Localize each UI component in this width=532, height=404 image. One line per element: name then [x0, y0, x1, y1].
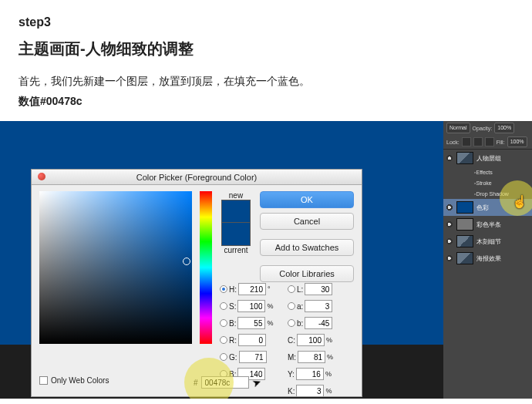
- layer-name: 色彩: [476, 204, 489, 212]
- a-label: a:: [297, 302, 303, 311]
- only-web-checkbox[interactable]: [39, 376, 48, 385]
- y-input[interactable]: [296, 368, 324, 380]
- layer-row[interactable]: 彩色半条: [443, 216, 532, 233]
- blab-label: b:: [297, 319, 303, 328]
- current-label: current: [221, 246, 251, 254]
- new-color-swatch: [221, 200, 251, 223]
- k-label: K:: [288, 387, 295, 396]
- eye-icon[interactable]: [446, 254, 453, 262]
- eye-icon[interactable]: [446, 204, 453, 211]
- hash-label: #: [194, 379, 198, 387]
- dialog-title: Color Picker (Foreground Color): [32, 170, 362, 185]
- l-label: L:: [297, 285, 303, 294]
- r-label: R:: [229, 336, 237, 345]
- bhsb-input[interactable]: [237, 317, 265, 329]
- color-libraries-button[interactable]: Color Libraries: [260, 265, 354, 282]
- new-label: new: [221, 191, 251, 200]
- current-color-swatch: [221, 223, 251, 246]
- layer-row[interactable]: 海报效果: [443, 250, 532, 267]
- h-label: H:: [229, 285, 237, 294]
- add-swatches-button[interactable]: Add to Swatches: [260, 239, 354, 256]
- body-paragraph: 首先，我们先新建一个图层，放置到顶层，在填充一个蓝色。: [19, 75, 513, 89]
- fill-value[interactable]: 100%: [507, 136, 527, 147]
- color-picker-dialog: Color Picker (Foreground Color) new curr…: [31, 169, 362, 397]
- bhsb-label: B:: [229, 319, 236, 328]
- fill-label: Fill:: [497, 140, 505, 145]
- layer-thumb: [456, 201, 473, 214]
- y-label: Y:: [288, 370, 295, 379]
- only-web-label: Only Web Colors: [51, 376, 109, 385]
- a-radio[interactable]: [288, 302, 295, 310]
- saturation-field[interactable]: [39, 191, 192, 344]
- layer-row[interactable]: 木刻细节: [443, 233, 532, 250]
- cursor-arrow-icon: ➤: [250, 375, 263, 389]
- layers-panel: Normal Opacity: 100% Lock: Fill: 100% 人物…: [443, 121, 532, 399]
- l-radio[interactable]: [288, 285, 295, 293]
- ok-button[interactable]: OK: [260, 191, 354, 208]
- eye-icon[interactable]: [446, 154, 453, 162]
- lock-position-icon[interactable]: [473, 137, 483, 146]
- layer-name: 木刻细节: [476, 237, 501, 246]
- c-label: C:: [288, 336, 295, 345]
- m-label: M:: [288, 353, 296, 362]
- close-dot-icon[interactable]: [38, 173, 45, 180]
- layer-thumb: [456, 252, 473, 264]
- layer-row-selected[interactable]: 色彩 ☝: [443, 199, 532, 216]
- photoshop-screenshot: Normal Opacity: 100% Lock: Fill: 100% 人物…: [0, 121, 532, 399]
- b-radio[interactable]: [220, 319, 227, 327]
- s-input[interactable]: [237, 300, 265, 312]
- eye-icon[interactable]: [446, 221, 453, 228]
- cursor-hand-icon: ☝: [512, 194, 527, 209]
- page-title: 主题画面-人物细致的调整: [19, 39, 513, 59]
- s-label: S:: [229, 302, 236, 311]
- blab-radio[interactable]: [288, 319, 295, 327]
- color-ring-icon: [183, 258, 190, 265]
- g-label: G:: [229, 353, 237, 362]
- c-input[interactable]: [297, 334, 325, 346]
- eye-icon[interactable]: [446, 237, 453, 245]
- r-input[interactable]: [238, 334, 266, 346]
- fx-effects-row[interactable]: ◦ Effects: [443, 167, 532, 177]
- fx-stroke-row[interactable]: ◦ Stroke: [443, 177, 532, 188]
- layer-name: 人物层组: [476, 154, 501, 163]
- l-input[interactable]: [305, 283, 332, 295]
- m-input[interactable]: [298, 351, 325, 363]
- h-radio[interactable]: [220, 285, 227, 293]
- cancel-button[interactable]: Cancel: [260, 213, 354, 230]
- blend-mode-select[interactable]: Normal: [446, 123, 470, 133]
- hex-input[interactable]: [201, 376, 249, 389]
- lock-all-icon[interactable]: [485, 137, 494, 146]
- layer-name: 彩色半条: [476, 221, 501, 229]
- blab-input[interactable]: [305, 317, 332, 329]
- lock-label: Lock:: [446, 140, 460, 145]
- a-input[interactable]: [305, 300, 332, 312]
- color-value-note: 数值#00478c: [19, 95, 513, 109]
- layer-thumb: [456, 235, 473, 247]
- r-radio[interactable]: [220, 336, 227, 344]
- opacity-label: Opacity:: [473, 126, 493, 131]
- h-input[interactable]: [238, 283, 266, 295]
- k-input[interactable]: [296, 385, 324, 397]
- step-label: step3: [19, 15, 513, 29]
- layer-thumb: [456, 218, 473, 231]
- lock-pixels-icon[interactable]: [462, 137, 471, 146]
- g-input[interactable]: [239, 351, 267, 363]
- hue-strip[interactable]: [200, 191, 212, 344]
- layer-group-row[interactable]: 人物层组: [443, 150, 532, 167]
- group-thumb: [456, 152, 473, 164]
- layer-name: 海报效果: [476, 254, 501, 263]
- s-radio[interactable]: [220, 302, 227, 310]
- opacity-value[interactable]: 100%: [494, 123, 514, 133]
- g-radio[interactable]: [220, 353, 227, 361]
